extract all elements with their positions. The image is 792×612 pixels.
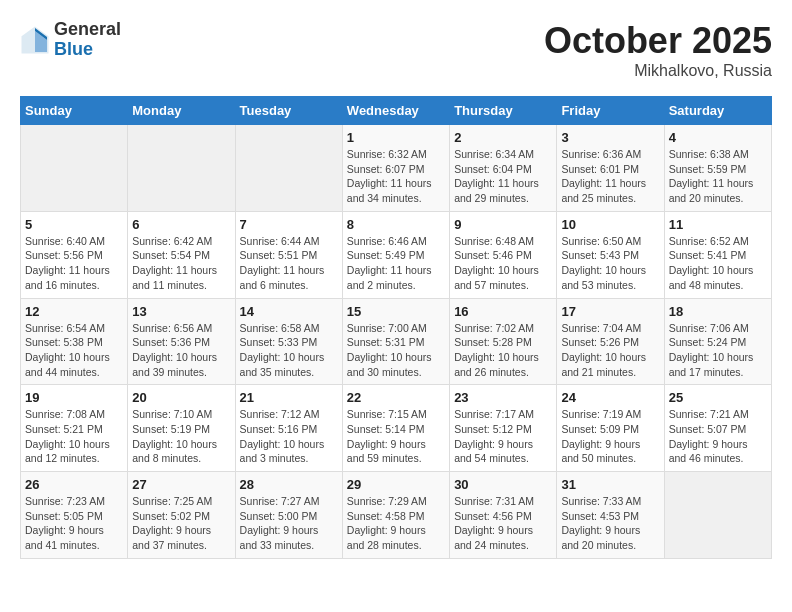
day-info: Sunrise: 7:12 AM Sunset: 5:16 PM Dayligh…: [240, 407, 338, 466]
logo-blue-text: Blue: [54, 40, 121, 60]
calendar-cell: [664, 472, 771, 559]
day-info: Sunrise: 6:46 AM Sunset: 5:49 PM Dayligh…: [347, 234, 445, 293]
day-number: 20: [132, 390, 230, 405]
day-number: 26: [25, 477, 123, 492]
header-sunday: Sunday: [21, 97, 128, 125]
day-number: 10: [561, 217, 659, 232]
day-info: Sunrise: 6:58 AM Sunset: 5:33 PM Dayligh…: [240, 321, 338, 380]
calendar-cell: 1Sunrise: 6:32 AM Sunset: 6:07 PM Daylig…: [342, 125, 449, 212]
calendar-cell: 10Sunrise: 6:50 AM Sunset: 5:43 PM Dayli…: [557, 211, 664, 298]
day-number: 31: [561, 477, 659, 492]
header-monday: Monday: [128, 97, 235, 125]
day-number: 6: [132, 217, 230, 232]
calendar-cell: 19Sunrise: 7:08 AM Sunset: 5:21 PM Dayli…: [21, 385, 128, 472]
day-number: 15: [347, 304, 445, 319]
calendar-cell: 2Sunrise: 6:34 AM Sunset: 6:04 PM Daylig…: [450, 125, 557, 212]
header-friday: Friday: [557, 97, 664, 125]
day-number: 29: [347, 477, 445, 492]
calendar-cell: 6Sunrise: 6:42 AM Sunset: 5:54 PM Daylig…: [128, 211, 235, 298]
calendar-cell: [128, 125, 235, 212]
calendar-cell: 14Sunrise: 6:58 AM Sunset: 5:33 PM Dayli…: [235, 298, 342, 385]
day-number: 18: [669, 304, 767, 319]
logo-general-text: General: [54, 20, 121, 40]
calendar-week-row: 26Sunrise: 7:23 AM Sunset: 5:05 PM Dayli…: [21, 472, 772, 559]
calendar-cell: 17Sunrise: 7:04 AM Sunset: 5:26 PM Dayli…: [557, 298, 664, 385]
day-number: 2: [454, 130, 552, 145]
day-info: Sunrise: 6:48 AM Sunset: 5:46 PM Dayligh…: [454, 234, 552, 293]
day-number: 23: [454, 390, 552, 405]
calendar-week-row: 12Sunrise: 6:54 AM Sunset: 5:38 PM Dayli…: [21, 298, 772, 385]
calendar-cell: 18Sunrise: 7:06 AM Sunset: 5:24 PM Dayli…: [664, 298, 771, 385]
day-info: Sunrise: 7:27 AM Sunset: 5:00 PM Dayligh…: [240, 494, 338, 553]
day-info: Sunrise: 7:25 AM Sunset: 5:02 PM Dayligh…: [132, 494, 230, 553]
logo: General Blue: [20, 20, 121, 60]
logo-icon: [20, 25, 50, 55]
day-number: 9: [454, 217, 552, 232]
day-info: Sunrise: 7:23 AM Sunset: 5:05 PM Dayligh…: [25, 494, 123, 553]
day-info: Sunrise: 7:33 AM Sunset: 4:53 PM Dayligh…: [561, 494, 659, 553]
day-info: Sunrise: 7:06 AM Sunset: 5:24 PM Dayligh…: [669, 321, 767, 380]
day-info: Sunrise: 6:34 AM Sunset: 6:04 PM Dayligh…: [454, 147, 552, 206]
calendar-week-row: 1Sunrise: 6:32 AM Sunset: 6:07 PM Daylig…: [21, 125, 772, 212]
day-number: 8: [347, 217, 445, 232]
header-row: Sunday Monday Tuesday Wednesday Thursday…: [21, 97, 772, 125]
day-number: 12: [25, 304, 123, 319]
calendar-cell: 26Sunrise: 7:23 AM Sunset: 5:05 PM Dayli…: [21, 472, 128, 559]
calendar-cell: 7Sunrise: 6:44 AM Sunset: 5:51 PM Daylig…: [235, 211, 342, 298]
day-number: 30: [454, 477, 552, 492]
day-number: 19: [25, 390, 123, 405]
day-info: Sunrise: 7:10 AM Sunset: 5:19 PM Dayligh…: [132, 407, 230, 466]
header-thursday: Thursday: [450, 97, 557, 125]
calendar-cell: 30Sunrise: 7:31 AM Sunset: 4:56 PM Dayli…: [450, 472, 557, 559]
calendar-header: Sunday Monday Tuesday Wednesday Thursday…: [21, 97, 772, 125]
calendar-cell: 12Sunrise: 6:54 AM Sunset: 5:38 PM Dayli…: [21, 298, 128, 385]
calendar-cell: 15Sunrise: 7:00 AM Sunset: 5:31 PM Dayli…: [342, 298, 449, 385]
day-number: 28: [240, 477, 338, 492]
header-saturday: Saturday: [664, 97, 771, 125]
calendar-cell: 24Sunrise: 7:19 AM Sunset: 5:09 PM Dayli…: [557, 385, 664, 472]
day-number: 14: [240, 304, 338, 319]
day-info: Sunrise: 6:54 AM Sunset: 5:38 PM Dayligh…: [25, 321, 123, 380]
calendar-cell: [235, 125, 342, 212]
day-info: Sunrise: 6:36 AM Sunset: 6:01 PM Dayligh…: [561, 147, 659, 206]
day-info: Sunrise: 6:32 AM Sunset: 6:07 PM Dayligh…: [347, 147, 445, 206]
day-info: Sunrise: 7:08 AM Sunset: 5:21 PM Dayligh…: [25, 407, 123, 466]
calendar-cell: 21Sunrise: 7:12 AM Sunset: 5:16 PM Dayli…: [235, 385, 342, 472]
day-info: Sunrise: 6:50 AM Sunset: 5:43 PM Dayligh…: [561, 234, 659, 293]
day-number: 22: [347, 390, 445, 405]
calendar-week-row: 5Sunrise: 6:40 AM Sunset: 5:56 PM Daylig…: [21, 211, 772, 298]
calendar-cell: 8Sunrise: 6:46 AM Sunset: 5:49 PM Daylig…: [342, 211, 449, 298]
day-info: Sunrise: 6:42 AM Sunset: 5:54 PM Dayligh…: [132, 234, 230, 293]
day-info: Sunrise: 7:15 AM Sunset: 5:14 PM Dayligh…: [347, 407, 445, 466]
calendar-cell: 11Sunrise: 6:52 AM Sunset: 5:41 PM Dayli…: [664, 211, 771, 298]
day-info: Sunrise: 6:52 AM Sunset: 5:41 PM Dayligh…: [669, 234, 767, 293]
day-number: 1: [347, 130, 445, 145]
title-block: October 2025 Mikhalkovo, Russia: [544, 20, 772, 80]
day-number: 27: [132, 477, 230, 492]
day-info: Sunrise: 7:00 AM Sunset: 5:31 PM Dayligh…: [347, 321, 445, 380]
day-number: 16: [454, 304, 552, 319]
day-number: 4: [669, 130, 767, 145]
calendar-body: 1Sunrise: 6:32 AM Sunset: 6:07 PM Daylig…: [21, 125, 772, 559]
calendar-cell: 3Sunrise: 6:36 AM Sunset: 6:01 PM Daylig…: [557, 125, 664, 212]
calendar-cell: 29Sunrise: 7:29 AM Sunset: 4:58 PM Dayli…: [342, 472, 449, 559]
header-wednesday: Wednesday: [342, 97, 449, 125]
day-info: Sunrise: 7:29 AM Sunset: 4:58 PM Dayligh…: [347, 494, 445, 553]
day-info: Sunrise: 7:02 AM Sunset: 5:28 PM Dayligh…: [454, 321, 552, 380]
calendar-cell: 4Sunrise: 6:38 AM Sunset: 5:59 PM Daylig…: [664, 125, 771, 212]
calendar-cell: 9Sunrise: 6:48 AM Sunset: 5:46 PM Daylig…: [450, 211, 557, 298]
calendar-cell: 27Sunrise: 7:25 AM Sunset: 5:02 PM Dayli…: [128, 472, 235, 559]
day-info: Sunrise: 7:31 AM Sunset: 4:56 PM Dayligh…: [454, 494, 552, 553]
day-info: Sunrise: 6:56 AM Sunset: 5:36 PM Dayligh…: [132, 321, 230, 380]
day-info: Sunrise: 7:21 AM Sunset: 5:07 PM Dayligh…: [669, 407, 767, 466]
calendar-cell: 28Sunrise: 7:27 AM Sunset: 5:00 PM Dayli…: [235, 472, 342, 559]
day-info: Sunrise: 6:38 AM Sunset: 5:59 PM Dayligh…: [669, 147, 767, 206]
month-year-title: October 2025: [544, 20, 772, 62]
day-info: Sunrise: 7:19 AM Sunset: 5:09 PM Dayligh…: [561, 407, 659, 466]
calendar-cell: 25Sunrise: 7:21 AM Sunset: 5:07 PM Dayli…: [664, 385, 771, 472]
day-number: 24: [561, 390, 659, 405]
day-number: 3: [561, 130, 659, 145]
day-number: 13: [132, 304, 230, 319]
day-number: 25: [669, 390, 767, 405]
location-subtitle: Mikhalkovo, Russia: [544, 62, 772, 80]
